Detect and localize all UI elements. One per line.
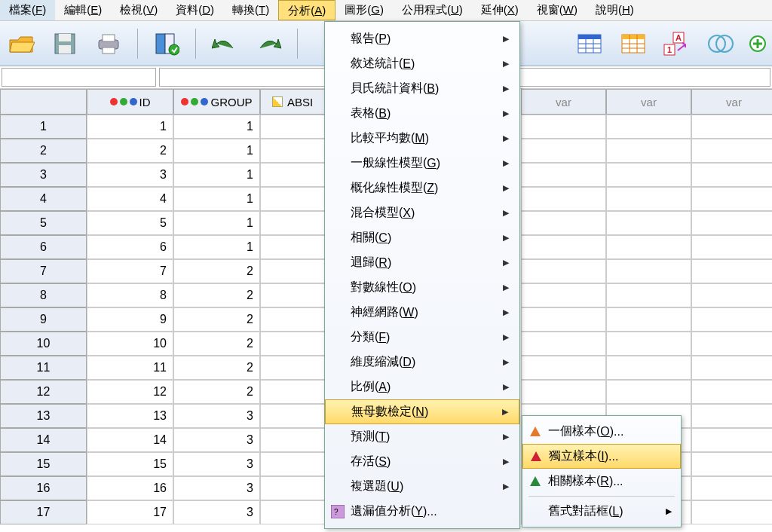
data-view-icon[interactable] bbox=[152, 29, 182, 59]
cell[interactable] bbox=[521, 211, 606, 235]
menu-item[interactable]: 維度縮減(D)▶ bbox=[325, 350, 519, 375]
cell[interactable] bbox=[260, 500, 325, 524]
menu-item[interactable]: 對數線性(O)▶ bbox=[325, 275, 519, 300]
cell[interactable]: 10 bbox=[87, 332, 173, 356]
cell[interactable]: 7 bbox=[87, 259, 173, 283]
cell[interactable] bbox=[521, 259, 606, 283]
row-header[interactable]: 6 bbox=[0, 235, 87, 259]
cell[interactable] bbox=[260, 476, 325, 500]
cell[interactable]: 14 bbox=[87, 428, 173, 452]
menu-item[interactable]: 相關(C)▶ bbox=[325, 225, 519, 250]
row-header[interactable]: 9 bbox=[0, 307, 87, 332]
cell[interactable]: 11 bbox=[87, 356, 173, 380]
cell[interactable]: 12 bbox=[87, 380, 173, 404]
redo-icon[interactable] bbox=[253, 29, 283, 59]
menu-item[interactable]: 比例(A)▶ bbox=[325, 375, 519, 399]
col-var-1[interactable]: var bbox=[521, 89, 606, 115]
row-header[interactable]: 7 bbox=[0, 259, 87, 283]
cell[interactable]: 2 bbox=[173, 259, 260, 283]
cell[interactable] bbox=[260, 307, 325, 332]
row-header[interactable]: 5 bbox=[0, 211, 87, 235]
menu-item[interactable]: 複選題(U)▶ bbox=[325, 474, 519, 499]
cell[interactable] bbox=[606, 283, 691, 307]
cell[interactable] bbox=[521, 380, 606, 404]
menu-item[interactable]: 貝氏統計資料(B)▶ bbox=[325, 76, 519, 101]
cell[interactable]: 2 bbox=[173, 380, 260, 404]
menu-g[interactable]: 圖形(G) bbox=[335, 0, 393, 20]
label-icon[interactable]: A1 bbox=[662, 29, 692, 59]
add-icon[interactable] bbox=[749, 29, 766, 59]
cell[interactable] bbox=[521, 332, 606, 356]
submenu-item[interactable]: 獨立樣本(I)... bbox=[522, 444, 681, 469]
cell[interactable] bbox=[606, 356, 691, 380]
cell[interactable] bbox=[260, 115, 325, 139]
cell[interactable] bbox=[691, 452, 772, 476]
cell[interactable] bbox=[521, 139, 606, 163]
cell[interactable] bbox=[691, 500, 772, 524]
open-icon[interactable] bbox=[6, 29, 36, 59]
cell[interactable]: 5 bbox=[87, 211, 173, 235]
row-header[interactable]: 17 bbox=[0, 500, 87, 524]
menu-x[interactable]: 延伸(X) bbox=[472, 0, 528, 20]
cell[interactable] bbox=[260, 428, 325, 452]
menu-item[interactable]: 無母數檢定(N)▶ bbox=[325, 399, 519, 424]
cell[interactable] bbox=[260, 259, 325, 283]
cell[interactable] bbox=[691, 283, 772, 307]
menu-item[interactable]: 混合模型(X)▶ bbox=[325, 200, 519, 225]
cell[interactable]: 1 bbox=[173, 115, 260, 139]
cell[interactable] bbox=[521, 307, 606, 332]
row-header[interactable]: 10 bbox=[0, 332, 87, 356]
cell[interactable]: 13 bbox=[87, 404, 173, 428]
menu-item[interactable]: 存活(S)▶ bbox=[325, 449, 519, 474]
col-id[interactable]: ID bbox=[87, 89, 173, 115]
cell[interactable] bbox=[260, 404, 325, 428]
menu-u[interactable]: 公用程式(U) bbox=[393, 0, 472, 20]
cell[interactable] bbox=[521, 187, 606, 211]
cell[interactable] bbox=[691, 404, 772, 428]
cell[interactable] bbox=[691, 428, 772, 452]
cell[interactable] bbox=[606, 380, 691, 404]
cell[interactable] bbox=[691, 332, 772, 356]
cell[interactable] bbox=[606, 332, 691, 356]
menu-w[interactable]: 視窗(W) bbox=[528, 0, 587, 20]
row-header[interactable]: 16 bbox=[0, 476, 87, 500]
menu-item[interactable]: 分類(F)▶ bbox=[325, 325, 519, 350]
cell[interactable]: 3 bbox=[173, 500, 260, 524]
menu-item[interactable]: 概化線性模型(Z)▶ bbox=[325, 176, 519, 200]
menu-item[interactable]: 比較平均數(M)▶ bbox=[325, 126, 519, 151]
menu-item[interactable]: 一般線性模型(G)▶ bbox=[325, 151, 519, 176]
menu-v[interactable]: 檢視(V) bbox=[111, 0, 167, 20]
cell[interactable] bbox=[260, 139, 325, 163]
cell[interactable] bbox=[691, 259, 772, 283]
menu-item[interactable]: 報告(P)▶ bbox=[325, 26, 519, 51]
cell[interactable] bbox=[606, 187, 691, 211]
grid1-icon[interactable] bbox=[574, 29, 605, 59]
cell[interactable] bbox=[606, 115, 691, 139]
cell[interactable]: 3 bbox=[173, 452, 260, 476]
cell[interactable]: 1 bbox=[173, 211, 260, 235]
row-header[interactable]: 14 bbox=[0, 428, 87, 452]
submenu-item[interactable]: 舊式對話框(L)▶ bbox=[522, 499, 681, 524]
cell[interactable] bbox=[260, 380, 325, 404]
cell[interactable]: 3 bbox=[173, 428, 260, 452]
row-header[interactable]: 4 bbox=[0, 187, 87, 211]
menu-h[interactable]: 說明(H) bbox=[587, 0, 643, 20]
cell[interactable] bbox=[260, 235, 325, 259]
row-header[interactable]: 15 bbox=[0, 452, 87, 476]
cell[interactable] bbox=[691, 211, 772, 235]
menu-a[interactable]: 分析(A) bbox=[278, 0, 335, 20]
cell[interactable]: 1 bbox=[173, 187, 260, 211]
cell[interactable] bbox=[691, 356, 772, 380]
row-header[interactable]: 2 bbox=[0, 139, 87, 163]
cell[interactable]: 4 bbox=[87, 187, 173, 211]
cell[interactable]: 2 bbox=[173, 356, 260, 380]
cell[interactable] bbox=[260, 452, 325, 476]
cell[interactable]: 17 bbox=[87, 500, 173, 524]
row-header[interactable]: 3 bbox=[0, 163, 87, 187]
col-var-3[interactable]: var bbox=[691, 89, 772, 115]
menu-item[interactable]: ?遺漏值分析(Y)... bbox=[325, 499, 519, 524]
cell[interactable] bbox=[691, 163, 772, 187]
menu-item[interactable]: 敘述統計(E)▶ bbox=[325, 51, 519, 76]
cell[interactable]: 15 bbox=[87, 452, 173, 476]
submenu-item[interactable]: 相關樣本(R)... bbox=[522, 469, 681, 494]
